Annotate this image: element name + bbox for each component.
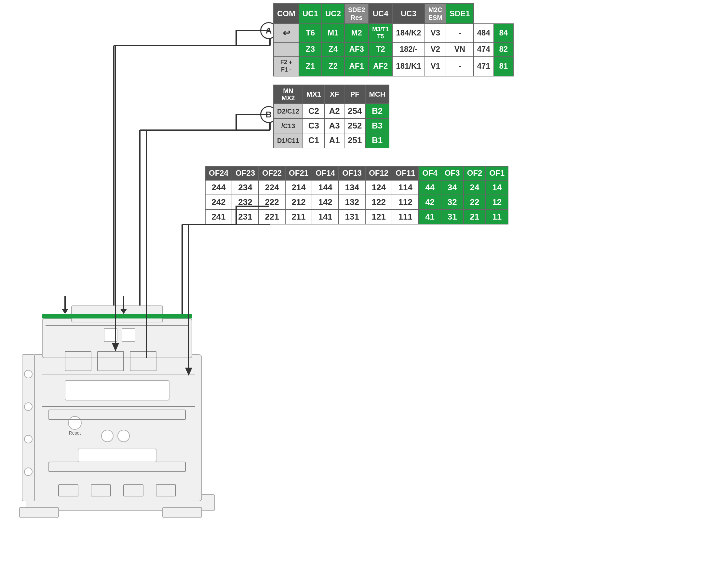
cell-dash1: - — [446, 24, 474, 42]
cell-m1: M1 — [322, 24, 344, 42]
svg-rect-33 — [42, 314, 192, 318]
svg-point-24 — [68, 416, 81, 429]
mn-header-mn: MNMX2 — [274, 85, 303, 104]
circuit-breaker-illustration: .br { fill: none; stroke: #aaa; stroke-w… — [0, 228, 293, 560]
table-row: Z3 Z4 AF3 T2 182/- V2 VN 474 82 — [274, 42, 513, 56]
com-header-sde2: SDE2Res — [344, 4, 369, 24]
of-header-of11: OF11 — [392, 166, 419, 180]
of-header-of13: OF13 — [339, 166, 365, 180]
cell-81: 81 — [494, 56, 513, 76]
cell-m2: M2 — [344, 24, 369, 42]
mn-254: 254 — [344, 104, 365, 118]
svg-marker-40 — [62, 309, 68, 314]
cell-af2: AF2 — [369, 56, 392, 76]
mn-c2: C2 — [303, 104, 325, 118]
cell-z2: Z2 — [322, 56, 344, 76]
mn-c3: C3 — [303, 118, 325, 133]
row-label-f: F2 +F1 - — [274, 56, 299, 76]
svg-rect-23 — [65, 381, 169, 400]
cell-z4: Z4 — [322, 42, 344, 56]
row-label-empty — [274, 42, 299, 56]
com-header-uc4: UC4 — [369, 4, 392, 24]
mn-header-mch: MCH — [365, 85, 389, 104]
com-header-uc2: UC2 — [322, 4, 344, 24]
of-header-of14: OF14 — [312, 166, 339, 180]
cell-474: 474 — [474, 42, 494, 56]
of-header-of22: OF22 — [259, 166, 285, 180]
mn-row-d1: D1/C11 — [274, 133, 303, 148]
cell-82: 82 — [494, 42, 513, 56]
svg-point-37 — [24, 435, 32, 443]
svg-rect-14 — [163, 507, 202, 517]
row-label: ↩ — [274, 24, 299, 42]
cell-182: 182/- — [392, 42, 425, 56]
table-row: D1/C11 C1 A1 251 B1 — [274, 133, 389, 148]
table-row: F2 +F1 - Z1 Z2 AF1 AF2 181/K1 V1 - 471 8… — [274, 56, 513, 76]
com-header-m2c: M2CESM — [425, 4, 446, 24]
mn-b1: B1 — [365, 133, 389, 148]
svg-point-26 — [101, 430, 113, 442]
table-row: /C13 C3 A3 252 B3 — [274, 118, 389, 133]
table-com: COM UC1 UC2 SDE2Res UC4 UC3 M2CESM SDE1 … — [273, 3, 514, 76]
svg-rect-28 — [78, 449, 156, 462]
com-header-uc1: UC1 — [299, 4, 322, 24]
of-header-of4: OF4 — [419, 166, 441, 180]
cell-t2: T2 — [369, 42, 392, 56]
of-header-of23: OF23 — [232, 166, 259, 180]
cell-m3: M3/T1T5 — [369, 24, 392, 42]
mn-header-xf: XF — [325, 85, 344, 104]
svg-point-27 — [118, 430, 129, 442]
cell-dash2: - — [446, 56, 474, 76]
mn-row-c13: /C13 — [274, 118, 303, 133]
mn-252: 252 — [344, 118, 365, 133]
mn-a2: A2 — [325, 104, 344, 118]
table-row: ↩ T6 M1 M2 M3/T1T5 184/K2 V3 - 484 84 — [274, 24, 513, 42]
cell-z1: Z1 — [299, 56, 322, 76]
mn-row-d2: D2/C12 — [274, 104, 303, 118]
of-header-of21: OF21 — [285, 166, 312, 180]
cell-181: 181/K1 — [392, 56, 425, 76]
cell-vn: VN — [446, 42, 474, 56]
table-row: 241 231 221 211 141 131 121 111 41 31 21… — [205, 210, 508, 224]
svg-text:Reset: Reset — [69, 430, 81, 436]
com-header-uc3: UC3 — [392, 4, 425, 24]
svg-rect-15 — [33, 355, 202, 501]
mn-c1: C1 — [303, 133, 325, 148]
of-header-of24: OF24 — [205, 166, 232, 180]
cell-484: 484 — [474, 24, 494, 42]
cell-v2: V2 — [425, 42, 446, 56]
table-of: OF24 OF23 OF22 OF21 OF14 OF13 OF12 OF11 … — [205, 166, 508, 224]
svg-rect-13 — [20, 507, 59, 517]
cell-184: 184/K2 — [392, 24, 425, 42]
mn-a3: A3 — [325, 118, 344, 133]
svg-point-38 — [24, 468, 32, 476]
cell-v1: V1 — [425, 56, 446, 76]
svg-point-35 — [24, 370, 32, 378]
mn-b2: B2 — [365, 104, 389, 118]
of-header-of3: OF3 — [441, 166, 464, 180]
svg-rect-46 — [122, 329, 135, 342]
mn-header-pf: PF — [344, 85, 365, 104]
table-row: D2/C12 C2 A2 254 B2 — [274, 104, 389, 118]
of-header-of1: OF1 — [486, 166, 508, 180]
cell-v3: V3 — [425, 24, 446, 42]
cell-t6: T6 — [299, 24, 322, 42]
cell-471: 471 — [474, 56, 494, 76]
table-row: 244 234 224 214 144 134 124 114 44 34 24… — [205, 180, 508, 195]
cell-af1: AF1 — [344, 56, 369, 76]
svg-point-36 — [24, 403, 32, 411]
table-row: 242 232 222 212 142 132 122 112 42 32 22… — [205, 195, 508, 210]
svg-rect-45 — [104, 329, 117, 342]
main-container: A COM UC1 UC2 SDE2Res UC4 UC3 M2CESM SDE… — [0, 0, 728, 568]
cell-84: 84 — [494, 24, 513, 42]
com-header-sde1: SDE1 — [446, 4, 474, 24]
of-header-of2: OF2 — [464, 166, 486, 180]
mn-b3: B3 — [365, 118, 389, 133]
mn-251: 251 — [344, 133, 365, 148]
mn-a1: A1 — [325, 133, 344, 148]
cell-z3: Z3 — [299, 42, 322, 56]
cell-af3: AF3 — [344, 42, 369, 56]
com-header-com: COM — [274, 4, 299, 24]
table-mn: MNMX2 MX1 XF PF MCH D2/C12 C2 A2 254 B2 … — [273, 85, 389, 148]
mn-header-mx1: MX1 — [303, 85, 325, 104]
